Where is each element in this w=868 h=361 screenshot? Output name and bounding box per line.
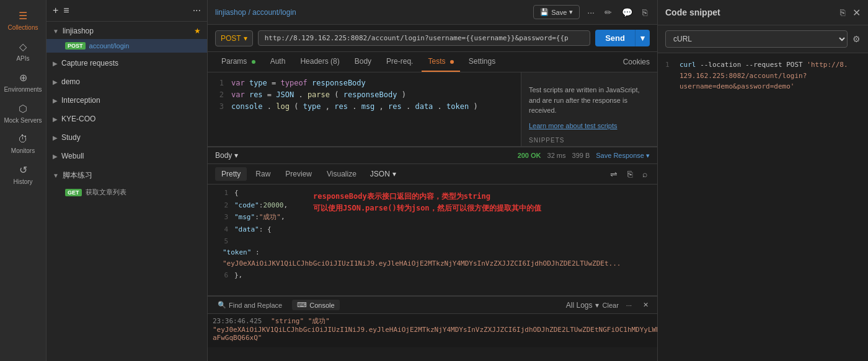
method-selector[interactable]: POST ▾ [215,30,253,46]
copy-button[interactable]: ⎘ [625,167,635,181]
wrap-icon[interactable]: ⇌ [608,167,620,181]
send-button[interactable]: Send [595,30,635,46]
save-icon: 💾 [540,8,549,16]
collections-icon: ☰ [19,10,27,22]
nav-add-button[interactable]: + [53,5,58,16]
tab-label: Params [221,57,247,66]
var-name: type [303,102,321,111]
edit-icon[interactable]: ✏ [602,5,614,20]
nav-group-header-study[interactable]: ▶ Study [46,129,207,146]
response-size: 399 B [572,152,590,159]
sidebar-item-apis[interactable]: ◇ APIs [0,36,46,67]
nav-group-header-kye-coo[interactable]: ▶ KYE-COO [46,111,207,127]
code-text: , [326,102,330,111]
nav-group-label: Webull [61,152,84,160]
nav-group-header-interception[interactable]: ▶ Interception [46,92,207,108]
console-tab[interactable]: ⌨ Console [292,300,339,310]
keyword: var [231,79,249,87]
tab-tests[interactable]: Tests [422,52,459,72]
search-button[interactable]: ⌕ [640,167,650,181]
keyword: typeof [281,79,312,87]
tab-headers[interactable]: Headers (8) [294,52,345,72]
snippets-expand-button[interactable]: ▶ [529,144,534,147]
main-content: linjiashop / account/login 💾 Save ▾ ··· … [208,0,657,361]
tab-pre-req[interactable]: Pre-req. [380,52,419,72]
tab-body[interactable]: Body [348,52,378,72]
tab-label: Pre-req. [386,57,413,66]
sidebar-item-label: Mock Servers [4,117,42,124]
find-replace-tab[interactable]: 🔍 Find and Replace [213,300,287,310]
tab-label: Headers (8) [300,57,339,66]
snippet-gear-button[interactable]: ⚙ [852,34,861,44]
send-arrow-button[interactable]: ▾ [635,30,650,46]
response-tab-pretty[interactable]: Pretty [215,167,247,181]
save-response-button[interactable]: Save Response ▾ [596,152,650,160]
format-selector[interactable]: JSON ▾ [370,170,396,178]
nav-more-button[interactable]: ··· [193,5,201,16]
status-badge: 200 OK [518,152,541,159]
snippet-code-area: 1 curl --location --request POST 'http:/… [658,53,868,361]
nav-menu-button[interactable]: ≡ [63,5,69,16]
more-button[interactable]: ··· [622,300,636,310]
annotation-panel: Test scripts are written in JavaScript, … [521,72,657,146]
line-num: 3 [210,101,224,113]
nav-item-account-login[interactable]: POST account/login [46,39,207,53]
tab-settings[interactable]: Settings [463,52,502,72]
tab-params[interactable]: Params [215,52,262,72]
nav-item-label: account/login [89,42,130,50]
save-response-arrow-icon: ▾ [646,152,650,159]
url-input[interactable] [258,30,591,46]
response-body-toggle[interactable]: Body ▾ [215,151,238,160]
json-line-2: 2 "code" : 20000 , [208,199,657,212]
console-icon: ⌨ [297,301,307,309]
json-colon: : [255,248,260,256]
annotation-link[interactable]: Learn more about test scripts [529,122,617,129]
code-snippet-panel: Code snippet ⎘ ✕ cURL ⚙ 1 curl --locatio… [657,0,868,361]
copy-icon[interactable]: ⎘ [640,5,650,20]
annotation-text: Test scripts are written in JavaScript, … [529,85,650,116]
mock-servers-icon: ⬡ [19,103,27,115]
clear-button[interactable]: Clear [603,302,619,309]
language-selector[interactable]: cURL [665,30,848,48]
nav-group-header-demo[interactable]: ▶ demo [46,74,207,90]
more-button[interactable]: ··· [585,5,597,20]
json-value: "成功" [259,212,281,223]
nav-panel: + ≡ ··· ▼ linjiashop ★ POST account/logi… [46,0,208,361]
method-badge-get: GET [65,189,82,196]
console-label: Console [309,302,334,309]
nav-group-header-linjiashop[interactable]: ▼ linjiashop ★ [46,23,207,39]
snippet-copy-button[interactable]: ⎘ [838,5,848,20]
nav-group-header-scripts[interactable]: ▼ 脚本练习 [46,167,207,185]
sidebar-item-history[interactable]: ↺ History [0,159,46,190]
json-line-1: 1 { [208,187,657,199]
sidebar-item-monitors[interactable]: ⏱ Monitors [0,129,46,159]
sidebar-item-environments[interactable]: ⊕ Environments [0,67,46,98]
json-comma: , [281,212,285,223]
all-logs-selector[interactable]: All Logs ▾ [566,301,599,310]
curl-keyword: curl [680,61,696,69]
code-text: . [298,90,303,99]
snippet-close-button[interactable]: ✕ [852,7,861,19]
cookies-button[interactable]: Cookies [623,58,650,66]
response-tab-preview[interactable]: Preview [279,167,318,181]
response-tab-raw[interactable]: Raw [249,167,277,181]
response-tab-visualize[interactable]: Visualize [321,167,363,181]
sidebar-item-collections[interactable]: ☰ Collections [0,5,46,36]
code-editor[interactable]: var type = typeof responseBody var res =… [226,72,521,146]
close-button[interactable]: ✕ [639,300,652,310]
tab-auth[interactable]: Auth [264,52,292,72]
line-num: 2 [213,200,228,211]
tab-label: Auth [270,57,286,66]
snippet-title: Code snippet [665,7,720,17]
nav-group-header-capture[interactable]: ▶ Capture requests [46,55,207,71]
nav-group-header-webull[interactable]: ▶ Webull [46,148,207,164]
comment-icon[interactable]: 💬 [619,5,635,20]
json-comma: , [284,200,288,211]
breadcrumb-root[interactable]: linjiashop [215,8,246,17]
params-dot [252,60,255,64]
response-tabs: Pretty Raw Preview Visualize [215,167,363,181]
keyword: var [231,90,249,99]
sidebar-item-mock-servers[interactable]: ⬡ Mock Servers [0,98,46,129]
save-button[interactable]: 💾 Save ▾ [533,5,580,19]
nav-item-get-articles[interactable]: GET 获取文章列表 [46,185,207,200]
